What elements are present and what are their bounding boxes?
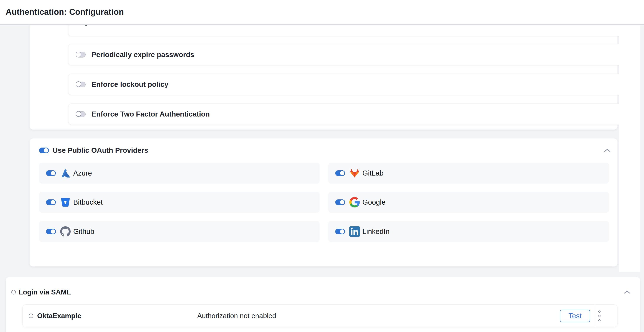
okta-radio-button[interactable] [29,314,33,318]
google-logo-icon [350,197,360,207]
saml-section-header[interactable]: Login via SAML [11,287,630,297]
github-toggle[interactable] [46,229,56,234]
provider-row-bitbucket: Bitbucket [39,192,320,213]
azure-toggle[interactable] [46,170,56,176]
row-enforce-lockout-policy[interactable]: Enforce lockout policy [68,74,638,95]
saml-connection-name: OktaExample [37,312,81,320]
github-logo-icon [60,226,70,237]
provider-label: LinkedIn [362,227,390,236]
two-factor-toggle[interactable] [76,111,86,117]
bitbucket-toggle[interactable] [46,199,56,205]
bitbucket-logo-icon [60,197,70,207]
provider-label: GitLab [362,169,384,177]
row-periodically-expire-passwords[interactable]: Periodically expire passwords [68,44,638,65]
lockout-policy-toggle[interactable] [76,82,86,87]
provider-row-github: Github [39,221,320,242]
row-enforce-two-factor-authentication[interactable]: Enforce Two Factor Authentication [68,104,638,125]
saml-connection-status: Authorization not enabled [197,305,276,327]
kebab-menu-icon[interactable] [597,311,602,321]
test-button[interactable]: Test [560,310,590,322]
oauth-section-title: Use Public OAuth Providers [52,146,148,155]
scrollbar-gutter[interactable] [619,25,640,272]
page-title: Authentication: Configuration [6,7,124,17]
expire-passwords-label: Periodically expire passwords [92,51,194,59]
two-factor-label: Enforce Two Factor Authentication [92,110,210,118]
saml-radio-button[interactable] [11,290,16,295]
provider-label: Bitbucket [73,198,103,206]
saml-section-title: Login via SAML [19,288,71,296]
provider-label: Azure [73,169,92,177]
provider-label: Google [362,198,386,206]
provider-label: Github [73,227,94,236]
chevron-up-icon[interactable] [624,290,630,294]
linkedin-logo-icon [350,226,360,237]
use-public-oauth-toggle[interactable] [39,148,49,153]
linkedin-toggle[interactable] [335,229,345,234]
page-header: Authentication: Configuration [0,0,644,25]
lockout-policy-label: Enforce lockout policy [92,80,168,89]
gitlab-toggle[interactable] [335,170,345,176]
authentication-configuration-page: Periodically expire passwords Enforce lo… [0,0,644,332]
provider-row-linkedin: LinkedIn [328,221,609,242]
divider [595,305,595,327]
google-toggle[interactable] [335,199,345,205]
provider-row-azure: Azure [39,163,320,183]
azure-logo-icon [60,168,70,178]
provider-row-gitlab: GitLab [328,163,609,183]
chevron-up-icon[interactable] [604,149,610,152]
gitlab-logo-icon [350,168,360,178]
provider-row-google: Google [328,192,609,213]
oauth-section-header[interactable]: Use Public OAuth Providers [39,144,610,157]
saml-connection-row: OktaExample [22,305,618,327]
expire-passwords-toggle[interactable] [76,52,86,57]
